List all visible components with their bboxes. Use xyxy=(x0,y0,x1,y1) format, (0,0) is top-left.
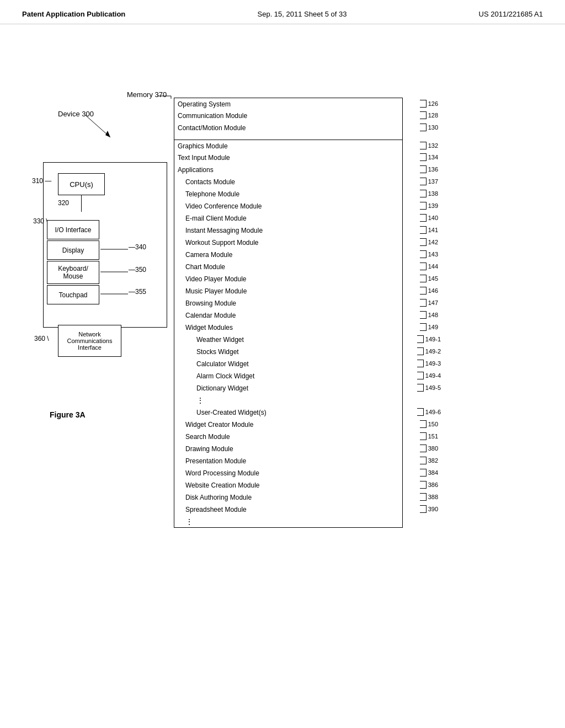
label-360: 360 \ xyxy=(34,335,49,342)
cell-spreadsheet: Spreadsheet Module xyxy=(174,504,402,516)
row-presentation: Presentation Module 382 xyxy=(174,455,403,467)
cell-textinput: Text Input Module xyxy=(174,152,402,164)
cell-music: Music Player Module xyxy=(174,285,402,297)
row-music: Music Player Module 146 xyxy=(174,285,403,297)
ref-149-5: 149-5 xyxy=(417,384,441,392)
cell-email: E-mail Client Module xyxy=(174,212,402,224)
row-workout: Workout Support Module 142 xyxy=(174,237,403,249)
row-drawing: Drawing Module 380 xyxy=(174,443,403,455)
ref-137: 137 xyxy=(420,178,438,185)
row-graphics: Graphics Module 132 xyxy=(174,140,403,152)
cell-chart: Chart Module xyxy=(174,261,402,273)
cpu-vert-line xyxy=(81,195,82,212)
ref-382: 382 xyxy=(420,457,438,464)
cell-contacts: Contacts Module xyxy=(174,176,402,188)
ref-136: 136 xyxy=(420,165,438,173)
row-contacts: Contacts Module 137 xyxy=(174,176,403,188)
label-320: 320 xyxy=(58,199,69,207)
gap-row-1 xyxy=(174,134,403,140)
memory-table: Operating System 126 Communication Modul… xyxy=(174,98,403,528)
label-355: —355 xyxy=(129,288,146,296)
cell-disk: Disk Authoring Module xyxy=(174,491,402,504)
cell-calculator: Calculator Widget xyxy=(174,358,402,370)
ref-390: 390 xyxy=(420,505,438,513)
row-disk: Disk Authoring Module 388 xyxy=(174,491,403,504)
ref-386: 386 xyxy=(420,481,438,489)
cell-comm: Communication Module xyxy=(174,110,402,122)
row-im: Instant Messaging Module 141 xyxy=(174,224,403,237)
ref-148: 148 xyxy=(420,311,438,319)
cell-calendar: Calendar Module xyxy=(174,309,402,322)
header-center: Sep. 15, 2011 Sheet 5 of 33 xyxy=(258,10,347,18)
cell-browsing: Browsing Module xyxy=(174,297,402,309)
row-camera: Camera Module 143 xyxy=(174,249,403,261)
row-stocks: Stocks Widget 149-2 xyxy=(174,346,403,358)
ref-146: 146 xyxy=(420,287,438,295)
network-box: NetworkCommunicationsInterface xyxy=(58,325,121,357)
svg-marker-1 xyxy=(105,131,110,137)
cell-user-widget: User-Created Widget(s) xyxy=(174,406,402,419)
ref-150: 150 xyxy=(420,420,438,428)
ref-143: 143 xyxy=(420,250,438,258)
ref-388: 388 xyxy=(420,493,438,501)
ref-149-1: 149-1 xyxy=(417,335,441,343)
row-spreadsheet: Spreadsheet Module 390 xyxy=(174,504,403,516)
row-telephone: Telephone Module 138 xyxy=(174,188,403,200)
row-applications: Applications 136 xyxy=(174,164,403,176)
ref-149-2: 149-2 xyxy=(417,347,441,355)
row-textinput: Text Input Module 134 xyxy=(174,152,403,164)
cell-videoconf: Video Conference Module xyxy=(174,200,402,212)
ref-151: 151 xyxy=(420,432,438,440)
ellipsis-1: ⋮ xyxy=(196,396,205,405)
row-weather: Weather Widget 149-1 xyxy=(174,334,403,346)
display-box: Display xyxy=(47,240,99,260)
cell-applications: Applications xyxy=(174,164,402,176)
ref-149-3: 149-3 xyxy=(417,360,441,367)
row-website: Website Creation Module 386 xyxy=(174,479,403,491)
label-350: —350 xyxy=(129,266,146,274)
figure-label: Figure 3A xyxy=(50,410,86,419)
row-browsing: Browsing Module 147 xyxy=(174,297,403,309)
ellipsis-2: ⋮ xyxy=(185,517,194,526)
ref-144: 144 xyxy=(420,263,438,270)
cell-dictionary: Dictionary Widget xyxy=(174,382,402,394)
ref-138: 138 xyxy=(420,190,438,197)
row-dots-2: ⋮ xyxy=(174,516,403,528)
ref-380: 380 xyxy=(420,445,438,452)
cell-os: Operating System xyxy=(174,98,402,110)
ref-147: 147 xyxy=(420,299,438,307)
header-right: US 2011/221685 A1 xyxy=(479,10,543,18)
cell-stocks: Stocks Widget xyxy=(174,346,402,358)
row-videoplayer: Video Player Module 145 xyxy=(174,273,403,285)
ref-384: 384 xyxy=(420,469,438,477)
device-arrow xyxy=(86,115,119,143)
touchpad-box: Touchpad xyxy=(47,285,99,304)
cell-search: Search Module xyxy=(174,431,402,443)
io-box: I/O Interface xyxy=(47,220,99,239)
label-340: —340 xyxy=(129,243,146,251)
row-calendar: Calendar Module 148 xyxy=(174,309,403,322)
cell-videoplayer: Video Player Module xyxy=(174,273,402,285)
row-os: Operating System 126 xyxy=(174,98,403,110)
ref-134: 134 xyxy=(420,153,438,161)
ref-139: 139 xyxy=(420,202,438,210)
row-search: Search Module 151 xyxy=(174,431,403,443)
row-videoconf: Video Conference Module 139 xyxy=(174,200,403,212)
row-widget-creator: Widget Creator Module 150 xyxy=(174,419,403,431)
label-330: 330 \ xyxy=(33,217,48,225)
ref-149-6: 149-6 xyxy=(417,408,441,416)
ref-142: 142 xyxy=(420,238,438,246)
row-chart: Chart Module 144 xyxy=(174,261,403,273)
ref-145: 145 xyxy=(420,275,438,282)
cell-wordproc: Word Processing Module xyxy=(174,467,402,479)
cell-drawing: Drawing Module xyxy=(174,443,402,455)
cell-weather: Weather Widget xyxy=(174,334,402,346)
ref-149-4: 149-4 xyxy=(417,372,441,379)
cell-widget-modules: Widget Modules xyxy=(174,322,402,334)
cell-presentation: Presentation Module xyxy=(174,455,402,467)
cell-website: Website Creation Module xyxy=(174,479,402,491)
ref-126: 126 xyxy=(420,100,438,108)
row-dots-1: ⋮ xyxy=(174,394,403,406)
cell-alarm: Alarm Clock Widget xyxy=(174,370,402,382)
ref-149: 149 xyxy=(420,323,438,331)
